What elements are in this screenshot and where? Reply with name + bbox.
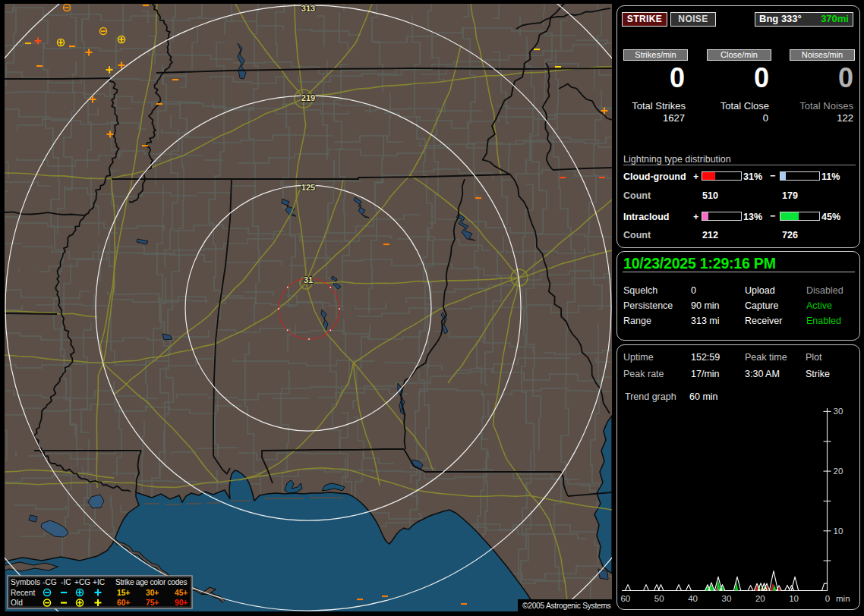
svg-text:20: 20 <box>834 467 844 476</box>
svg-text:Strike age color codes: Strike age color codes <box>115 578 187 586</box>
svg-text:15+: 15+ <box>117 589 130 597</box>
svg-text:30: 30 <box>834 407 844 416</box>
svg-text:30: 30 <box>722 594 732 603</box>
svg-text:50: 50 <box>654 594 664 603</box>
svg-text:0: 0 <box>825 594 830 603</box>
svg-text:10: 10 <box>789 594 799 603</box>
svg-text:40: 40 <box>688 594 698 603</box>
svg-text:313: 313 <box>301 4 315 13</box>
svg-text:125: 125 <box>301 183 315 192</box>
svg-text:31: 31 <box>304 275 313 284</box>
svg-text:Recent: Recent <box>11 589 35 597</box>
svg-text:30+: 30+ <box>146 589 159 597</box>
svg-text:20: 20 <box>755 594 765 603</box>
svg-text:90+: 90+ <box>175 599 188 607</box>
svg-text:10: 10 <box>834 526 844 536</box>
svg-text:Symbols: Symbols <box>11 578 40 586</box>
svg-text:+IC: +IC <box>93 578 105 586</box>
svg-text:60: 60 <box>620 594 630 603</box>
svg-text:75+: 75+ <box>146 599 159 607</box>
svg-text:Old: Old <box>11 599 23 607</box>
svg-text:60+: 60+ <box>117 599 130 607</box>
svg-text:45+: 45+ <box>175 589 188 597</box>
svg-text:-IC: -IC <box>61 578 71 586</box>
svg-text:©2005 Astrogenic Systems: ©2005 Astrogenic Systems <box>522 602 611 610</box>
svg-text:219: 219 <box>301 93 315 102</box>
svg-text:-CG: -CG <box>43 578 57 586</box>
svg-text:+CG: +CG <box>74 578 90 586</box>
svg-text:min: min <box>836 594 850 603</box>
